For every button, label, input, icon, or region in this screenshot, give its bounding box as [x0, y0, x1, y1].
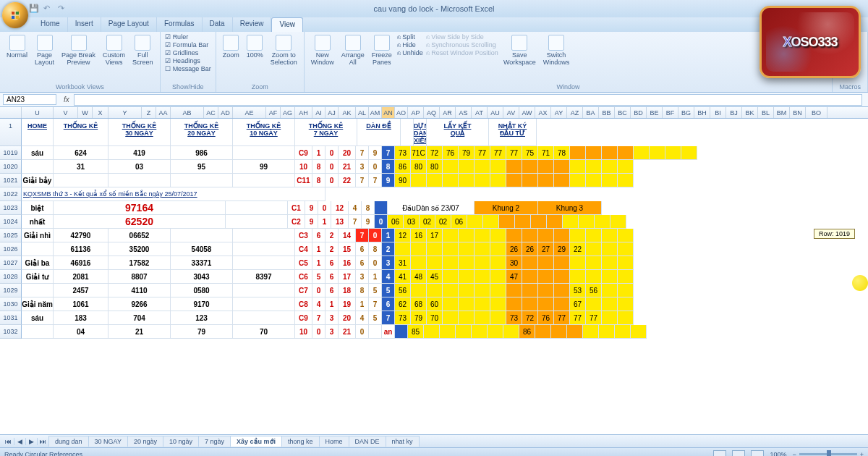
ribbon-full[interactable]: Full Screen	[130, 33, 156, 68]
cell[interactable]	[475, 284, 490, 297]
sheet-tab[interactable]: 30 NGAY	[88, 436, 128, 447]
cell[interactable]: 02	[420, 215, 435, 229]
cell[interactable]: 86	[519, 325, 535, 339]
cell[interactable]	[618, 284, 634, 297]
cell[interactable]: 21	[339, 325, 356, 339]
cell[interactable]	[554, 256, 570, 270]
cell[interactable]	[554, 229, 570, 242]
ribbon-normal[interactable]: Normal	[4, 33, 30, 61]
cell[interactable]: 31	[54, 160, 109, 174]
cell[interactable]	[22, 242, 54, 256]
cell[interactable]: C1	[288, 201, 305, 215]
cell[interactable]: 78	[554, 146, 570, 160]
cell[interactable]: 4	[356, 311, 369, 325]
cell[interactable]: 7	[356, 229, 369, 242]
col-AY[interactable]: AY	[551, 107, 567, 118]
cell[interactable]: 9266	[109, 297, 171, 311]
cell[interactable]: 0	[356, 325, 369, 339]
cell[interactable]	[681, 146, 697, 160]
cell[interactable]: 76	[538, 311, 554, 325]
cell[interactable]: 71	[538, 146, 554, 160]
cell[interactable]	[411, 242, 427, 256]
cell[interactable]: Giải năm	[22, 297, 54, 311]
col-AI[interactable]: AI	[312, 107, 326, 118]
ribbon-page-break[interactable]: Page Break Preview	[59, 33, 98, 68]
cell[interactable]: 77	[506, 146, 522, 160]
col-AO[interactable]: AO	[395, 107, 408, 118]
check-message-bar[interactable]: Message Bar	[165, 65, 211, 72]
cell[interactable]	[586, 174, 602, 187]
cell[interactable]	[411, 256, 427, 270]
cell[interactable]: 6	[312, 229, 326, 242]
cell[interactable]	[233, 229, 295, 242]
cell[interactable]	[171, 229, 233, 242]
cell[interactable]: 2081	[54, 270, 109, 284]
cell[interactable]	[475, 242, 490, 256]
view-layout-button[interactable]	[732, 450, 745, 457]
cell[interactable]	[506, 174, 522, 187]
cell[interactable]: 1061	[54, 297, 109, 311]
cell[interactable]: 77	[570, 311, 586, 325]
cell[interactable]	[570, 270, 586, 284]
cell[interactable]: 04	[54, 325, 109, 339]
cell[interactable]	[515, 215, 531, 229]
cell[interactable]: 0	[369, 229, 382, 242]
cell[interactable]: 27	[538, 242, 554, 256]
cell[interactable]	[475, 297, 490, 311]
col-AQ[interactable]: AQ	[424, 107, 440, 118]
ribbon-new[interactable]: New Window	[309, 33, 336, 68]
cell[interactable]: 7	[369, 174, 382, 187]
cell[interactable]: 0	[369, 160, 382, 174]
cell[interactable]: 76	[443, 146, 459, 160]
cell[interactable]: C4	[295, 242, 312, 256]
cell[interactable]: Khung 3	[538, 201, 602, 215]
cell[interactable]	[506, 297, 522, 311]
check-formula-bar[interactable]: Formula Bar	[165, 41, 211, 48]
col-AM[interactable]: AM	[369, 107, 382, 118]
cell[interactable]: 2457	[54, 284, 109, 297]
cell[interactable]	[171, 174, 233, 187]
cell[interactable]: C2	[288, 215, 305, 229]
cell[interactable]: 16	[411, 229, 427, 242]
cell[interactable]	[522, 229, 538, 242]
cell[interactable]: Giải bảy	[22, 174, 54, 187]
col-BM[interactable]: BM	[774, 107, 790, 118]
cell[interactable]	[490, 256, 506, 270]
tab-view[interactable]: View	[271, 17, 303, 32]
cell[interactable]	[618, 160, 634, 174]
cell[interactable]: 90	[395, 174, 411, 187]
cell[interactable]	[443, 297, 459, 311]
cell[interactable]	[554, 160, 570, 174]
cell[interactable]: 5	[382, 284, 395, 297]
cell[interactable]: 0	[375, 215, 388, 229]
row-header[interactable]: 1023	[0, 201, 22, 215]
cell[interactable]: 99	[233, 160, 295, 174]
win-split[interactable]: ⎌ Split	[397, 33, 423, 41]
tab-formulas[interactable]: Formulas	[157, 17, 203, 32]
row-header[interactable]: 1024	[0, 215, 22, 229]
cell[interactable]	[538, 160, 554, 174]
cell[interactable]: 75	[522, 146, 538, 160]
cell[interactable]: 5	[369, 311, 382, 325]
cell[interactable]	[233, 311, 295, 325]
cell[interactable]	[618, 146, 634, 160]
cell[interactable]	[475, 174, 490, 187]
col-AW[interactable]: AW	[519, 107, 535, 118]
cell[interactable]: 1	[326, 297, 339, 311]
cell[interactable]	[586, 229, 602, 242]
row-header[interactable]: 1029	[0, 284, 22, 297]
cell[interactable]	[459, 174, 475, 187]
col-AK[interactable]: AK	[339, 107, 356, 118]
cell[interactable]	[475, 256, 490, 270]
cell[interactable]: 7	[382, 146, 395, 160]
cell[interactable]	[602, 242, 618, 256]
cell[interactable]: 46916	[54, 256, 109, 270]
cell[interactable]	[443, 311, 459, 325]
cell[interactable]: 4	[312, 297, 326, 311]
cell[interactable]	[109, 174, 171, 187]
cell[interactable]	[369, 325, 382, 339]
cell[interactable]: 20	[339, 146, 356, 160]
cell[interactable]: 79	[411, 311, 427, 325]
cell[interactable]: 06	[451, 215, 467, 229]
row-header[interactable]: 1031	[0, 311, 22, 325]
